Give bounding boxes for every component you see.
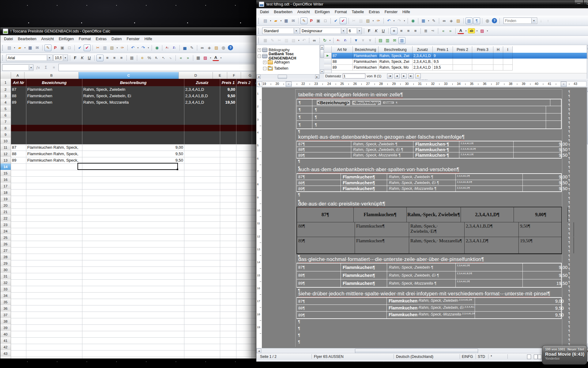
cell-C33[interactable] [82, 286, 184, 293]
grid-cell-r1c4[interactable]: 2,3,4,A1,D [413, 53, 433, 59]
cell-A44[interactable] [11, 357, 26, 358]
mail-merge-icon[interactable]: ✉ [391, 37, 398, 44]
cell-B25[interactable] [26, 234, 82, 241]
table-cell[interactable]: 2,3,4,A1,B,D¶ [459, 147, 514, 152]
underline-icon[interactable]: U [86, 55, 92, 61]
column-header-e[interactable]: E [213, 72, 227, 79]
table-cell[interactable]: 89¶ [297, 186, 341, 191]
name-box[interactable]: ▼ [2, 64, 33, 71]
delete-decimal-icon[interactable]: -, [167, 55, 174, 61]
cell-C6[interactable] [82, 112, 184, 119]
print-icon[interactable]: ▣ [315, 18, 322, 24]
cell-E11[interactable] [220, 144, 236, 151]
cell-A20[interactable] [11, 202, 26, 209]
grid-column-zusatz[interactable]: Zusatz [413, 46, 433, 53]
cell-B1[interactable]: Bezeichnung [26, 79, 82, 86]
font-name-input[interactable] [300, 29, 341, 33]
refresh-icon[interactable]: ↻ [322, 37, 328, 44]
expander-plus-icon[interactable]: + [258, 48, 261, 52]
cell-F33[interactable] [236, 286, 252, 293]
document-vertical-scrollbar[interactable]: ▲ ▼ [587, 87, 588, 348]
cell-E17[interactable] [220, 183, 236, 190]
row-header-15[interactable]: 15 [0, 170, 11, 177]
cell-F18[interactable] [236, 189, 252, 196]
cell-A22[interactable] [11, 215, 26, 222]
toolbar-grip[interactable] [258, 38, 260, 43]
cell-F42[interactable] [236, 344, 252, 351]
table-cell[interactable]: Rahm,·Speck,·Mozzarella·¶ [351, 152, 413, 158]
table-cell[interactable]: Rahm,·Speck,·Mozzarella·¶ [387, 186, 456, 191]
row-header-41[interactable]: 41 [0, 337, 11, 344]
cell-D11[interactable] [184, 144, 220, 151]
table-cell[interactable]: 9,50 [523, 180, 568, 186]
field-placeholder-beschreibung[interactable]: <Beschreibung> [352, 101, 381, 105]
dropdown-arrow-icon[interactable]: ▾ [486, 30, 489, 32]
cell-E40[interactable] [220, 331, 236, 338]
borders-icon[interactable]: ▦ [195, 55, 202, 61]
status-selection-mode[interactable]: STD [478, 355, 485, 359]
find-previous-icon[interactable]: ↑ [545, 18, 551, 24]
cell-F38[interactable] [236, 318, 252, 325]
table-cell[interactable]: Flammkuchen·Rahm,·Speck,·Mozzarella·2,3,… [387, 312, 475, 318]
table-cell[interactable]: 2,3,4,A1,D¶ [456, 174, 523, 180]
cell-E41[interactable] [220, 337, 236, 344]
cell-C9[interactable] [82, 131, 184, 138]
table-cell[interactable] [546, 106, 562, 113]
table-cell[interactable]: Rahm,·Speck, Zwiebeln¶ [407, 207, 461, 222]
dropdown-arrow-icon[interactable]: ▼ [294, 28, 299, 33]
grid-cell-r3c8[interactable] [493, 64, 503, 71]
cut-icon[interactable]: ✂ [95, 45, 101, 51]
menu-item-bearbeiten[interactable]: Bearbeiten [15, 36, 39, 42]
cell-D2[interactable]: 2,3,4,A1,D [184, 86, 220, 93]
percent-icon[interactable]: % [146, 55, 153, 61]
grid-row-selector[interactable] [324, 59, 332, 64]
table-cell[interactable]: Rahm,·Speck,·Zwiebeln·¶ [387, 263, 456, 271]
table-cell[interactable]: ¶ [297, 121, 312, 128]
gallery-icon[interactable]: ▨ [213, 45, 220, 51]
increase-indent-icon[interactable]: » [447, 28, 454, 34]
row-header-27[interactable]: 27 [0, 247, 11, 254]
grid-corner[interactable] [324, 46, 332, 53]
document-table-4[interactable]: 87¶Flammkuchen¶Rahm,·Speck, Zwiebeln¶2,3… [296, 207, 562, 254]
row-header-21[interactable]: 21 [0, 209, 11, 215]
cell-E38[interactable] [220, 318, 236, 325]
cell-E2[interactable]: 9,00 [220, 86, 236, 93]
cell-B9[interactable] [26, 131, 82, 138]
cell-E26[interactable] [220, 241, 236, 247]
cell-F39[interactable] [236, 324, 252, 331]
paste-icon[interactable]: ▧ [109, 45, 115, 51]
dropdown-arrow-icon[interactable]: ▾ [137, 47, 139, 49]
grid-cell-r2c9[interactable] [503, 59, 513, 65]
single-page-icon[interactable] [527, 355, 531, 359]
cell-F1[interactable]: Preis 2 [236, 79, 252, 86]
open-icon[interactable]: ▰ [17, 45, 23, 51]
dropdown-arrow-icon[interactable]: ▾ [465, 30, 467, 32]
column-header-g[interactable]: G [241, 72, 257, 79]
row-header-5[interactable]: 5 [0, 105, 11, 112]
grid-cell-r2c5[interactable]: 9,5 [433, 59, 453, 65]
grid-cell-r2c6[interactable] [453, 59, 472, 65]
table-cell[interactable]: ¶ [297, 99, 312, 106]
cell-D42[interactable] [184, 344, 220, 351]
menu-item-ansicht[interactable]: Ansicht [39, 36, 56, 42]
find-input[interactable] [504, 18, 531, 23]
cell-B27[interactable] [26, 247, 82, 254]
undo-data-icon[interactable]: ↶ [301, 37, 307, 44]
find-toolbar-combo[interactable]: ▼ [503, 17, 537, 24]
table-cell[interactable]: Flammkuchen·Rahm,·Speck,·Zwiebeln,·Ei·2,… [387, 305, 475, 311]
table-cell[interactable]: Flammkuchen¶ [354, 207, 407, 222]
format-paintbrush-icon[interactable]: ✑ [375, 18, 382, 24]
table-cell[interactable]: 19,50 [523, 279, 568, 287]
cell-A16[interactable] [11, 176, 26, 183]
cell-A8[interactable] [11, 125, 26, 132]
table-cell[interactable]: 9,00 [523, 174, 568, 180]
background-color-icon[interactable]: ▨ [202, 55, 209, 61]
cell-D24[interactable] [184, 228, 220, 235]
cell-D13[interactable] [184, 157, 220, 164]
scroll-right-icon[interactable]: ▶ [315, 75, 319, 79]
find-record-icon[interactable]: ∞ [311, 37, 318, 44]
status-modified[interactable]: * [491, 355, 492, 359]
undo-icon[interactable]: ↶ [130, 45, 136, 51]
document-table-2[interactable]: 87¶Rahm,·Speck,·Zwiebeln·¶Flammkuchen·¶2… [296, 141, 562, 159]
cell-C28[interactable] [82, 254, 184, 260]
